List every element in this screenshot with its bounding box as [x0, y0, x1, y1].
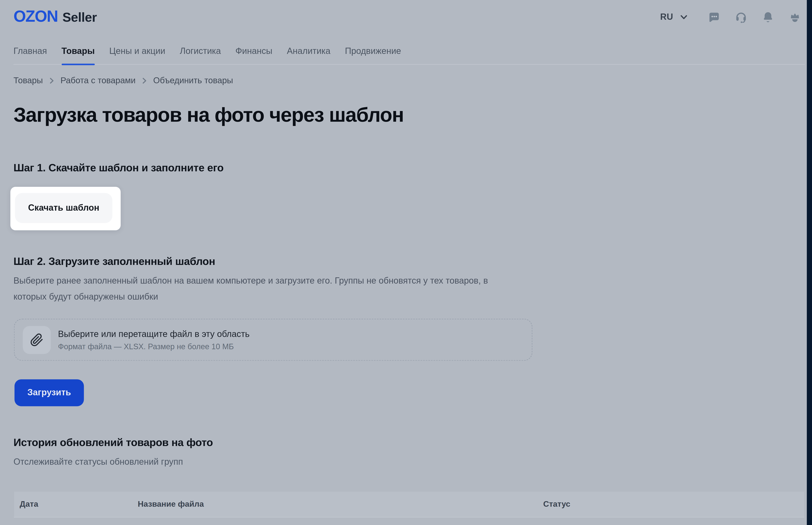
dropzone-title: Выберите или перетащите файл в эту облас…	[58, 329, 250, 339]
column-header-date[interactable]: Дата	[20, 492, 38, 516]
breadcrumb: Товары Работа с товарами Объединить това…	[14, 76, 233, 85]
tab-glavnaya[interactable]: Главная	[14, 46, 47, 64]
step2-heading: Шаг 2. Загрузите заполненный шаблон	[14, 255, 215, 268]
history-subtitle: Отслеживайте статусы обновлений групп	[14, 457, 183, 467]
logo-seller-text: Seller	[62, 10, 97, 25]
chevron-right-icon	[142, 77, 146, 84]
tab-tovary[interactable]: Товары	[61, 46, 95, 64]
column-header-status[interactable]: Статус	[543, 492, 570, 516]
logo-ozon-text: OZON	[14, 7, 58, 26]
upload-button[interactable]: Загрузить	[14, 379, 84, 406]
chat-icon[interactable]	[708, 11, 720, 23]
brand-logo[interactable]: OZON Seller	[14, 7, 97, 26]
chevron-right-icon	[50, 77, 54, 84]
tab-tseny-i-aktsii[interactable]: Цены и акции	[109, 46, 165, 64]
attachment-chip	[23, 326, 51, 354]
breadcrumb-rabota-s-tovarami[interactable]: Работа с товарами	[60, 76, 136, 85]
history-table-header: Дата Название файла Статус	[14, 492, 804, 518]
column-header-filename[interactable]: Название файла	[138, 492, 204, 516]
main-nav: Главная Товары Цены и акции Логистика Фи…	[14, 46, 805, 65]
download-template-button[interactable]: Скачать шаблон	[15, 193, 112, 223]
step1-heading: Шаг 1. Скачайте шаблон и заполните его	[14, 162, 223, 174]
breadcrumb-obedinit-tovary[interactable]: Объединить товары	[153, 76, 233, 85]
page-title: Загрузка товаров на фото через шаблон	[14, 104, 404, 126]
premium-crown-icon[interactable]	[789, 11, 801, 23]
topbar-actions: RU	[660, 11, 801, 23]
chevron-down-icon	[680, 15, 687, 19]
tab-analitika[interactable]: Аналитика	[287, 46, 330, 64]
dropzone-hint: Формат файла — XLSX. Размер не более 10 …	[58, 342, 250, 350]
tutorial-spotlight: Скачать шаблон	[10, 187, 121, 230]
tab-prodvizhenie[interactable]: Продвижение	[345, 46, 401, 64]
language-code: RU	[660, 12, 673, 22]
file-dropzone[interactable]: Выберите или перетащите файл в эту облас…	[14, 319, 533, 361]
support-headset-icon[interactable]	[735, 11, 748, 23]
notifications-bell-icon[interactable]	[762, 11, 774, 23]
tab-finansy[interactable]: Финансы	[235, 46, 272, 64]
topbar-icon-group	[708, 11, 801, 23]
history-heading: История обновлений товаров на фото	[14, 436, 213, 449]
background-window-edge	[807, 0, 812, 525]
language-selector[interactable]: RU	[660, 12, 687, 22]
step2-description: Выберите ранее заполненный шаблон на ваш…	[14, 273, 513, 305]
breadcrumb-tovary[interactable]: Товары	[14, 76, 43, 85]
ozon-seller-page: OZON Seller RU	[0, 0, 812, 525]
tab-logistika[interactable]: Логистика	[180, 46, 221, 64]
dropzone-text: Выберите или перетащите файл в эту облас…	[58, 329, 250, 351]
paperclip-icon	[30, 333, 44, 347]
